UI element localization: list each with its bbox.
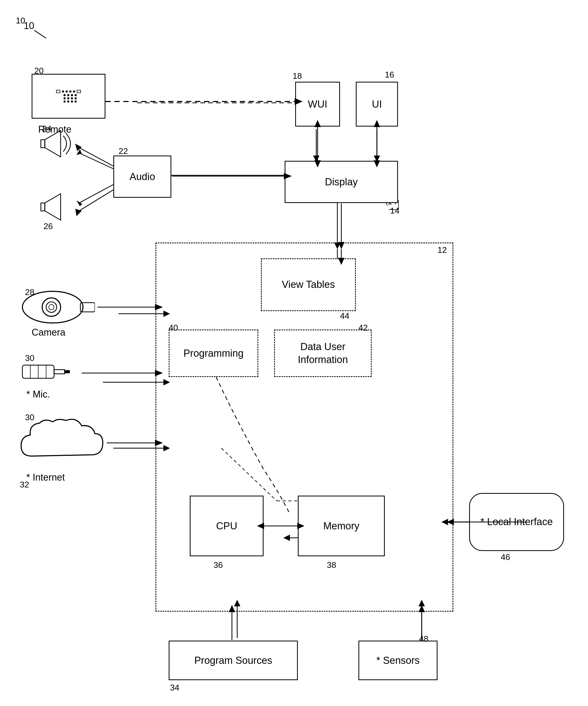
ref-12: 12: [437, 245, 447, 255]
programming-box: Programming: [169, 329, 258, 377]
ref-18: 18: [292, 71, 302, 81]
view-tables-box: View Tables: [261, 258, 356, 311]
cpu-box: CPU: [190, 496, 264, 556]
ref-10: 10: [24, 20, 34, 31]
svg-point-40: [46, 302, 57, 312]
internet-label: * Internet: [26, 472, 65, 483]
ref-28: 28: [25, 287, 35, 297]
audio-box: Audio: [113, 156, 171, 198]
sensors-box: * Sensors: [358, 641, 437, 680]
memory-box: Memory: [298, 496, 385, 556]
ref-20: 20: [34, 66, 44, 76]
display-box: Display: [285, 161, 398, 203]
svg-marker-13: [76, 200, 82, 206]
program-sources-box: Program Sources: [169, 641, 298, 680]
svg-line-12: [79, 185, 113, 203]
svg-rect-48: [65, 370, 70, 373]
diagram-container: 10 14: [0, 0, 588, 706]
ref-42: 42: [358, 323, 368, 333]
remote-device: [32, 74, 106, 119]
data-user-info-box: Data User Information: [274, 329, 371, 377]
svg-point-39: [42, 298, 61, 316]
svg-rect-37: [41, 203, 45, 211]
svg-point-42: [49, 305, 54, 310]
ref-44: 44: [340, 311, 350, 321]
mic-label: * Mic.: [26, 389, 50, 400]
svg-rect-35: [41, 140, 45, 148]
ref-24: 24: [42, 124, 52, 134]
ref-16: 16: [385, 70, 394, 80]
speaker-bottom: [40, 192, 74, 222]
svg-marker-34: [45, 130, 61, 157]
ref-34: 34: [170, 683, 180, 693]
svg-rect-47: [54, 369, 65, 374]
ref-48: 48: [419, 634, 429, 644]
ref-46: 46: [501, 552, 510, 562]
ref-10: 10: [16, 16, 25, 26]
camera-label: Camera: [32, 327, 65, 338]
ref-22: 22: [119, 146, 128, 156]
ref-38: 38: [327, 560, 336, 570]
ref-26: 26: [43, 222, 53, 231]
svg-line-10: [79, 153, 113, 169]
ref-36: 36: [213, 560, 223, 570]
local-interface-box: * Local Interface: [469, 493, 564, 551]
ref-40: 40: [169, 323, 178, 333]
internet-icon: [16, 417, 106, 469]
ref-32-num: 32: [20, 480, 29, 489]
wui-box: WUI: [295, 82, 340, 126]
ui-box: UI: [356, 82, 398, 126]
svg-line-0: [34, 30, 46, 38]
svg-marker-36: [45, 194, 61, 220]
ref-30: 30: [25, 353, 35, 363]
ref-32: 30: [25, 413, 35, 422]
